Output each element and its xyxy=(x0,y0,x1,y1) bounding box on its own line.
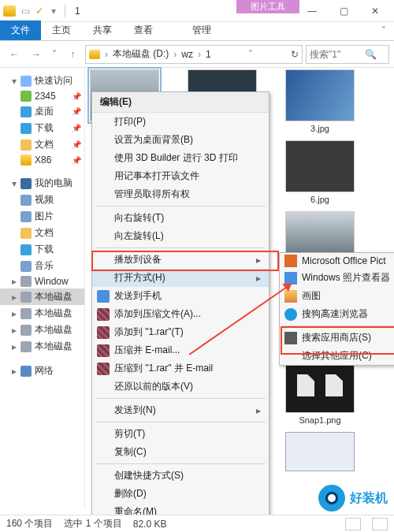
menu-open-with[interactable]: 打开方式(H)▸ xyxy=(92,269,269,287)
file-thumb[interactable]: Snap1.png xyxy=(285,361,355,413)
folder-icon xyxy=(3,6,16,17)
breadcrumb[interactable]: 1 xyxy=(206,49,211,60)
window-title: 1 xyxy=(75,6,80,17)
sidebar-item[interactable]: X86📌 xyxy=(0,153,84,167)
winrar-icon xyxy=(97,326,110,339)
sidebar-item[interactable]: 视频 xyxy=(0,192,84,208)
sidebar-quick-access[interactable]: ▾快速访问 xyxy=(0,73,84,89)
folder-icon xyxy=(89,50,100,59)
winrar-icon xyxy=(97,308,110,321)
view-thumbs-button[interactable] xyxy=(372,518,388,530)
winrar-icon xyxy=(97,363,110,375)
sidebar-item[interactable]: 图片 xyxy=(0,208,84,225)
forward-button[interactable]: → xyxy=(27,45,46,64)
qat-dropdown-icon[interactable]: ▾ xyxy=(47,5,60,17)
submenu-open-with: Microsoft Office Pict Windows 照片查看器 画图 搜… xyxy=(279,252,394,366)
tab-share[interactable]: 共享 xyxy=(82,20,123,40)
qat-props-icon[interactable]: ▭ xyxy=(19,5,32,17)
sidebar-item[interactable]: ▸本地磁盘 xyxy=(0,305,84,322)
tab-home[interactable]: 主页 xyxy=(41,20,82,40)
breadcrumb[interactable]: 本地磁盘 (D:) xyxy=(113,47,169,61)
qat-check-icon[interactable]: ✓ xyxy=(33,5,46,17)
submenu-sogou[interactable]: 搜狗高速浏览器 xyxy=(280,305,394,323)
sidebar-item[interactable]: 2345📌 xyxy=(0,89,84,103)
sidebar-this-pc[interactable]: ▾我的电脑 xyxy=(0,175,84,192)
menu-delete[interactable]: 删除(D) xyxy=(92,485,269,503)
minimize-button[interactable]: — xyxy=(296,0,328,22)
menu-add-archive[interactable]: 添加到压缩文件(A)... xyxy=(92,305,269,323)
refresh-icon[interactable]: ↻ xyxy=(291,49,299,60)
paint-icon xyxy=(284,290,297,303)
menu-rotate-right[interactable]: 向右旋转(T) xyxy=(92,209,269,227)
recent-button[interactable]: ˅ xyxy=(49,45,60,64)
store-icon xyxy=(284,332,297,344)
contextual-caption: 图片工具 xyxy=(236,0,299,13)
menu-zip-email[interactable]: 压缩并 E-mail... xyxy=(92,341,269,359)
back-button[interactable]: ← xyxy=(5,45,24,64)
sidebar-network[interactable]: ▸网络 xyxy=(0,363,84,379)
menu-send-to[interactable]: 发送到(N)▸ xyxy=(92,401,269,419)
sidebar-item[interactable]: 音乐 xyxy=(0,258,84,274)
menu-cut[interactable]: 剪切(T) xyxy=(92,425,269,443)
winrar-icon xyxy=(97,344,110,357)
file-thumb[interactable]: 6.jpg xyxy=(285,140,355,192)
file-thumb[interactable] xyxy=(285,432,355,471)
view-details-button[interactable] xyxy=(345,518,361,530)
menu-wallpaper[interactable]: 设置为桌面背景(B) xyxy=(92,131,269,149)
sidebar-item[interactable]: 文档 xyxy=(0,225,84,241)
status-selected: 选中 1 个项目 xyxy=(64,517,121,530)
submenu-office[interactable]: Microsoft Office Pict xyxy=(280,253,394,269)
search-field[interactable] xyxy=(310,49,365,60)
sidebar-item[interactable]: ▸Window xyxy=(0,274,84,288)
sidebar-item[interactable]: ▸本地磁盘 xyxy=(0,338,84,355)
tab-manage[interactable]: 管理 xyxy=(181,20,222,40)
sidebar-item[interactable]: ▸本地磁盘 xyxy=(0,288,84,305)
submenu-choose-app[interactable]: 选择其他应用(C) xyxy=(280,347,394,365)
status-bar: 160 个项目 选中 1 个项目 82.0 KB xyxy=(0,515,394,532)
menu-shortcut[interactable]: 创建快捷方式(S) xyxy=(92,467,269,485)
tab-view[interactable]: 查看 xyxy=(123,20,164,40)
brand-logo: 好装机 xyxy=(318,485,388,512)
phone-icon xyxy=(97,290,110,303)
menu-3dbuilder[interactable]: 使用 3D Builder 进行 3D 打印 xyxy=(92,149,269,167)
breadcrumb[interactable]: wz xyxy=(181,49,193,60)
chevron-down-icon[interactable]: ˅ xyxy=(247,49,255,60)
menu-print[interactable]: 打印(P) xyxy=(92,113,269,131)
office-icon xyxy=(284,255,297,267)
status-count: 160 个项目 xyxy=(6,517,53,530)
menu-restore[interactable]: 还原以前的版本(V) xyxy=(92,378,269,396)
menu-add-rar[interactable]: 添加到 "1.rar"(T) xyxy=(92,323,269,341)
menu-rotate-left[interactable]: 向左旋转(L) xyxy=(92,227,269,245)
file-thumb[interactable]: 3.jpg xyxy=(285,69,355,121)
menu-send-phone[interactable]: 发送到手机 xyxy=(92,287,269,305)
tab-file[interactable]: 文件 xyxy=(0,20,41,40)
submenu-photo-viewer[interactable]: Windows 照片查看器 xyxy=(280,269,394,287)
submenu-paint[interactable]: 画图 xyxy=(280,287,394,305)
context-menu: 编辑(E) 打印(P) 设置为桌面背景(B) 使用 3D Builder 进行 … xyxy=(91,91,269,532)
sogou-icon xyxy=(284,308,297,321)
sidebar-item[interactable]: ▸本地磁盘 xyxy=(0,322,84,338)
menu-ziprar-email[interactable]: 压缩到 "1.rar" 并 E-mail xyxy=(92,359,269,378)
menu-copy[interactable]: 复制(C) xyxy=(92,443,269,461)
menu-header: 编辑(E) xyxy=(92,92,269,113)
address-bar[interactable]: › 本地磁盘 (D:) › wz › 1 ˅ ↻ xyxy=(85,45,303,64)
sidebar-item[interactable]: 桌面📌 xyxy=(0,103,84,120)
menu-admin[interactable]: 管理员取得所有权 xyxy=(92,185,269,203)
photo-viewer-icon xyxy=(284,272,297,285)
search-input[interactable]: 🔍 xyxy=(306,45,389,64)
status-size: 82.0 KB xyxy=(133,519,167,530)
close-button[interactable]: ✕ xyxy=(359,0,391,22)
submenu-store[interactable]: 搜索应用商店(S) xyxy=(280,329,394,347)
ribbon-expand-icon[interactable]: ˅ xyxy=(381,25,386,36)
search-icon[interactable]: 🔍 xyxy=(365,49,377,60)
menu-cast[interactable]: 播放到设备▸ xyxy=(92,251,269,269)
up-button[interactable]: ↑ xyxy=(63,45,82,64)
logo-icon xyxy=(318,485,345,512)
sidebar-item[interactable]: 文档📌 xyxy=(0,136,84,153)
sidebar-item[interactable]: 下载 xyxy=(0,241,84,258)
maximize-button[interactable]: ▢ xyxy=(328,0,359,22)
sidebar-item[interactable]: 下载📌 xyxy=(0,120,84,136)
menu-notepad[interactable]: 用记事本打开该文件 xyxy=(92,167,269,185)
